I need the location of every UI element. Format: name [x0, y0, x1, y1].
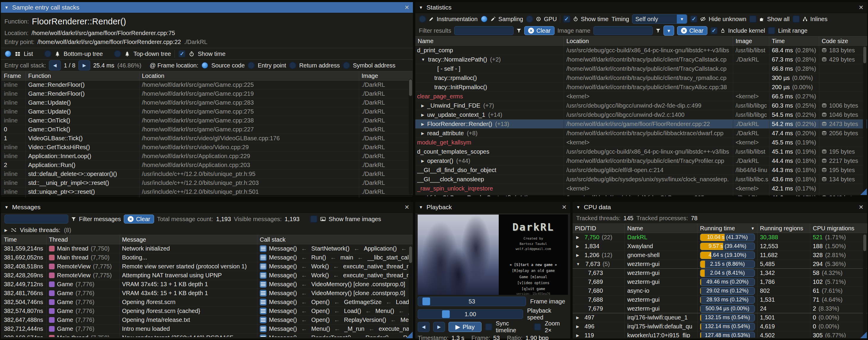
sample-stack-row[interactable]: inlineVideo::GetTicksHiRes()/home/wolf/d… [1, 143, 412, 152]
collapse-icon[interactable]: ▼ [419, 5, 423, 10]
expand-arrow-icon[interactable]: ▶ [576, 253, 579, 257]
stack-frame[interactable]: Application() [364, 245, 397, 252]
clear-image-filter-button[interactable]: ✕Clear [677, 26, 707, 35]
message-row[interactable]: 382,712,444nsGame(7,776)Intro menu loade… [1, 324, 412, 334]
stack-frame[interactable]: Open() [311, 316, 330, 323]
close-icon[interactable]: ✕ [404, 204, 409, 211]
message-row[interactable]: 382,408,518nsRemoteView(7,775)Remote vie… [1, 262, 412, 271]
frame-image-slider[interactable]: 53 [418, 296, 526, 306]
stack-frame[interactable]: execute_native_thread_ro [343, 263, 412, 270]
call-stack-icon[interactable] [260, 325, 267, 332]
image-filter-dropdown-button[interactable]: ▼ [663, 26, 674, 36]
radio-top-down-tree[interactable] [114, 50, 121, 57]
sample-stack-row[interactable]: inlineGame::Update()/home/wolf/darkrl/sr… [1, 98, 412, 107]
statistics-row[interactable]: module_get_kallsym<kernel><kernel>45.5 m… [415, 138, 867, 147]
column-header-code-size[interactable]: Code size [819, 36, 867, 46]
statistics-row[interactable]: ▶_Unwind_Find_FDE(+7)/usr/src/debug/gcc/… [415, 101, 867, 110]
stack-frame[interactable]: Message() [269, 308, 297, 314]
inlines-checkbox[interactable]: ✓ [793, 16, 800, 23]
column-header-time[interactable]: Time [1, 235, 46, 244]
collapse-icon[interactable]: ▼ [4, 5, 9, 10]
call-stack-icon[interactable] [260, 263, 267, 270]
message-row[interactable]: 382,574,807nsGame(7,776)Opening /forest.… [1, 307, 412, 316]
statistics-row[interactable]: ▶read_attribute(+8)/home/wolf/darkrl/con… [415, 129, 867, 138]
stack-frame[interactable]: Message() [269, 281, 297, 288]
column-header-function[interactable]: Function [26, 71, 140, 80]
call-stack-icon[interactable] [260, 316, 267, 323]
message-row[interactable]: 381,692,052nsMain thread(7,750)Booting..… [1, 253, 412, 262]
cpu-thread-row[interactable]: 7,679wezterm-gui500.94 µs (0.00%)242(8.3… [572, 304, 867, 313]
cpu-thread-row[interactable]: ▶497irq/176-iwlwifi:queue_1132.15 ms (0.… [572, 313, 867, 322]
call-stack-icon[interactable] [260, 308, 267, 314]
cpu-scrollbar[interactable] [863, 234, 867, 338]
include-kernel-checkbox[interactable]: ✓ [710, 27, 717, 34]
statistics-row[interactable]: tracy::rpmalloc()/home/wolf/darkrl/contr… [415, 74, 867, 83]
resize-grip[interactable] [860, 332, 867, 338]
stack-frame[interactable]: ReplayVersion() [344, 316, 386, 323]
column-header-thread[interactable]: Thread [46, 235, 120, 244]
sample-stack-row[interactable]: inlineGame::OnTick()/home/wolf/darkrl/sr… [1, 116, 412, 125]
playback-titlebar[interactable]: ▼ Playback ✕ [415, 202, 570, 213]
cpu-thread-row[interactable]: ▶496irq/175-iwlwifi:default_qu132.14 ms … [572, 322, 867, 331]
close-icon[interactable]: ✕ [562, 204, 567, 211]
column-header-location[interactable]: Location [564, 36, 733, 46]
cpu-thread-row[interactable]: ▶1,834Xwayland9.57 s (39.44%)12,553188(1… [572, 242, 867, 251]
messages-scrollbar[interactable] [409, 246, 412, 338]
sample-stack-row[interactable]: 2Application::Run()/home/wolf/darkrl/src… [1, 161, 412, 170]
show-frame-images-checkbox[interactable]: ✓ [310, 216, 317, 223]
stack-frame[interactable]: Message() [269, 290, 297, 296]
call-stack-icon[interactable] [260, 254, 267, 261]
statistics-row[interactable]: [ - self - ]/home/wolf/darkrl/contrib/tr… [415, 64, 867, 74]
stack-frame[interactable]: Work() [311, 272, 329, 279]
expand-arrow-icon[interactable]: ▶ [576, 333, 579, 338]
expand-arrow-icon[interactable]: ▶ [576, 235, 579, 239]
column-header-time[interactable]: Time [769, 36, 819, 46]
expand-arrow-icon[interactable]: ▼ [421, 57, 425, 62]
stack-frame[interactable]: Message() [269, 254, 297, 261]
expand-arrow-icon[interactable]: ▶ [421, 122, 424, 126]
stack-frame[interactable]: StartNetwork() [311, 245, 349, 252]
stack-frame[interactable]: RenderTarget() [311, 334, 351, 337]
message-row[interactable]: 382,481,766nsGame(7,776)VRAM 43x45: 15 +… [1, 289, 412, 298]
expand-arrow-icon[interactable]: ▶ [421, 131, 424, 136]
prev-stack-button[interactable]: ◀ [49, 60, 61, 70]
cpu-thread-row[interactable]: ▶119kworker/u17:0+i915_flip127.48 ms (0.… [572, 331, 867, 338]
radio-symbol-address[interactable] [343, 62, 350, 69]
close-icon[interactable]: ✕ [404, 4, 409, 11]
cpu-thread-row[interactable]: ▶7,750(22)DarkRL10.04 s (41.37%)30,38852… [572, 233, 867, 242]
expand-arrow-icon[interactable]: ▶ [421, 104, 424, 108]
stack-frame[interactable]: Message() [269, 325, 297, 332]
show-time-checkbox[interactable]: ✓ [563, 16, 570, 23]
messages-titlebar[interactable]: ▼ Messages ✕ [1, 202, 413, 213]
hide-unknown-checkbox[interactable]: ✓ [690, 16, 697, 23]
sample-panel-titlebar[interactable]: ▼ Sample entry call stacks ✕ [1, 2, 413, 13]
play-button[interactable]: ▶Play [448, 322, 482, 332]
sample-stack-row[interactable]: inlinestd::__uniq_ptr_impl<>::reset()/us… [1, 179, 412, 188]
statistics-row[interactable]: ▶VideoGLBase::RenderContent()(+14)/home/… [415, 193, 867, 196]
message-row[interactable]: 381,559,214nsMain thread(7,750)Network i… [1, 244, 412, 253]
statistics-row[interactable]: tracy::InitRpmalloc()/home/wolf/darkrl/c… [415, 83, 867, 92]
column-header-name[interactable]: Name [415, 36, 564, 46]
cpu-data-titlebar[interactable]: ▼ CPU data ✕ [572, 202, 867, 213]
clear-messages-button[interactable]: ✕Clear [124, 215, 154, 224]
limit-range-checkbox[interactable]: ✓ [768, 27, 775, 34]
next-stack-button[interactable]: ▶ [79, 60, 90, 70]
stack-frame[interactable]: Render() [365, 334, 389, 337]
sample-stack-row[interactable]: inlineApplication::InnerLoop()/home/wolf… [1, 152, 412, 161]
expand-arrow-icon[interactable]: ▶ [576, 324, 579, 329]
statistics-titlebar[interactable]: ▼ Statistics ✕ [415, 2, 867, 13]
stack-frame[interactable]: Message() [269, 263, 297, 270]
expand-arrow-icon[interactable]: ▶ [421, 113, 424, 117]
collapse-icon[interactable]: ▼ [576, 205, 580, 209]
timing-dropdown[interactable]: Self only ▼ [632, 14, 687, 24]
radio-instrumentation[interactable] [419, 16, 426, 23]
stack-frame[interactable]: Message() [269, 316, 297, 323]
stack-frame[interactable]: Message() [269, 334, 297, 337]
radio-sampling[interactable] [480, 16, 488, 23]
clear-filter-button[interactable]: ✕Clear [524, 26, 555, 35]
sample-stack-row[interactable]: inlineGame::Update()/home/wolf/darkrl/sr… [1, 107, 412, 116]
samples-scrollbar[interactable] [409, 79, 412, 195]
stack-frame[interactable]: Load() [344, 308, 361, 314]
collapse-icon[interactable]: ▼ [4, 205, 9, 209]
chevron-down-icon[interactable]: ▼ [677, 15, 687, 24]
